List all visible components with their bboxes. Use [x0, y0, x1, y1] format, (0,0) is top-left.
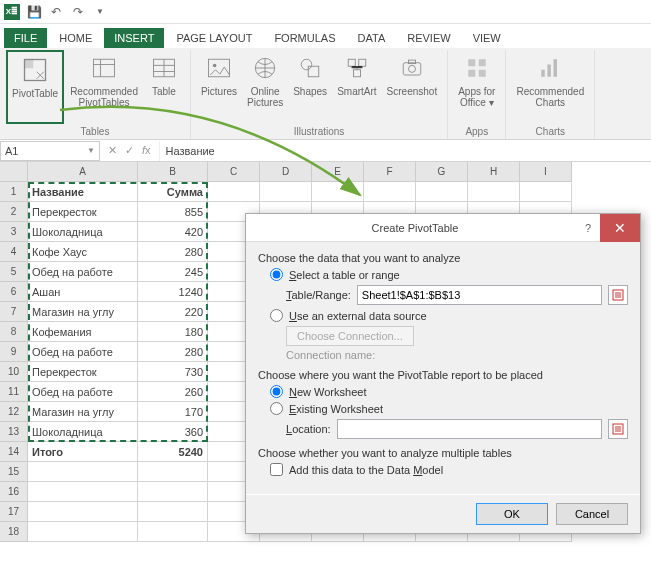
cell[interactable]: Кофемания	[28, 322, 138, 342]
cell[interactable]: Итого	[28, 442, 138, 462]
cell[interactable]: Обед на работе	[28, 382, 138, 402]
col-header-e[interactable]: E	[312, 162, 364, 182]
cell[interactable]: 5240	[138, 442, 208, 462]
cell[interactable]	[260, 182, 312, 202]
cell[interactable]: Название	[28, 182, 138, 202]
col-header-f[interactable]: F	[364, 162, 416, 182]
row-header[interactable]: 3	[0, 222, 28, 242]
recommended-pivottables-button[interactable]: Recommended PivotTables	[66, 50, 142, 124]
row-header[interactable]: 18	[0, 522, 28, 542]
existing-worksheet-label[interactable]: Existing Worksheet	[289, 403, 383, 415]
external-source-radio[interactable]	[270, 309, 283, 322]
new-worksheet-radio[interactable]	[270, 385, 283, 398]
collapse-dialog-icon[interactable]	[608, 285, 628, 305]
cell[interactable]: 420	[138, 222, 208, 242]
tab-file[interactable]: FILE	[4, 28, 47, 48]
select-range-label[interactable]: Select a table or range	[289, 269, 400, 281]
cell[interactable]: Шоколадница	[28, 422, 138, 442]
cell[interactable]	[28, 502, 138, 522]
tab-data[interactable]: DATA	[348, 28, 396, 48]
col-header-h[interactable]: H	[468, 162, 520, 182]
col-header-g[interactable]: G	[416, 162, 468, 182]
select-all-corner[interactable]	[0, 162, 28, 182]
cell[interactable]: Кофе Хаус	[28, 242, 138, 262]
tab-view[interactable]: VIEW	[463, 28, 511, 48]
formula-input[interactable]: Название	[159, 141, 651, 161]
row-header[interactable]: 14	[0, 442, 28, 462]
cell[interactable]: Магазин на углу	[28, 302, 138, 322]
tab-insert[interactable]: INSERT	[104, 28, 164, 48]
namebox-dropdown-icon[interactable]: ▼	[87, 146, 95, 155]
col-header-d[interactable]: D	[260, 162, 312, 182]
row-header[interactable]: 13	[0, 422, 28, 442]
tab-home[interactable]: HOME	[49, 28, 102, 48]
cell[interactable]: 245	[138, 262, 208, 282]
row-header[interactable]: 16	[0, 482, 28, 502]
cell[interactable]: Магазин на углу	[28, 402, 138, 422]
tab-review[interactable]: REVIEW	[397, 28, 460, 48]
cell[interactable]: Ашан	[28, 282, 138, 302]
cell[interactable]	[138, 482, 208, 502]
cell[interactable]: Перекресток	[28, 362, 138, 382]
ok-button[interactable]: OK	[476, 503, 548, 525]
row-header[interactable]: 11	[0, 382, 28, 402]
location-input[interactable]	[337, 419, 602, 439]
row-header[interactable]: 1	[0, 182, 28, 202]
row-header[interactable]: 8	[0, 322, 28, 342]
col-header-a[interactable]: A	[28, 162, 138, 182]
cell[interactable]: 260	[138, 382, 208, 402]
cell[interactable]: Перекресток	[28, 202, 138, 222]
pictures-button[interactable]: Pictures	[197, 50, 241, 124]
undo-icon[interactable]: ↶	[48, 4, 64, 20]
row-header[interactable]: 7	[0, 302, 28, 322]
cell[interactable]	[28, 482, 138, 502]
cell[interactable]: 220	[138, 302, 208, 322]
smartart-button[interactable]: SmartArt	[333, 50, 380, 124]
row-header[interactable]: 10	[0, 362, 28, 382]
external-source-label[interactable]: Use an external data source	[289, 310, 427, 322]
row-header[interactable]: 5	[0, 262, 28, 282]
cell[interactable]: Обед на работе	[28, 342, 138, 362]
screenshot-button[interactable]: Screenshot	[383, 50, 442, 124]
cell[interactable]: Шоколадница	[28, 222, 138, 242]
add-data-model-checkbox[interactable]	[270, 463, 283, 476]
tab-formulas[interactable]: FORMULAS	[264, 28, 345, 48]
fx-icon[interactable]: fx	[142, 144, 151, 157]
name-box[interactable]: A1▼	[0, 141, 100, 161]
cell[interactable]	[138, 462, 208, 482]
col-header-i[interactable]: I	[520, 162, 572, 182]
cell[interactable]	[28, 462, 138, 482]
recommended-charts-button[interactable]: Recommended Charts	[512, 50, 588, 124]
cell[interactable]	[468, 182, 520, 202]
cell[interactable]	[28, 522, 138, 542]
dialog-titlebar[interactable]: Create PivotTable ? ✕	[246, 214, 640, 242]
cell[interactable]: Обед на работе	[28, 262, 138, 282]
row-header[interactable]: 4	[0, 242, 28, 262]
cell[interactable]	[520, 182, 572, 202]
row-header[interactable]: 2	[0, 202, 28, 222]
col-header-b[interactable]: B	[138, 162, 208, 182]
cell[interactable]: 280	[138, 242, 208, 262]
row-header[interactable]: 17	[0, 502, 28, 522]
help-icon[interactable]: ?	[576, 216, 600, 240]
cell[interactable]	[208, 182, 260, 202]
row-header[interactable]: 9	[0, 342, 28, 362]
cell[interactable]	[138, 502, 208, 522]
collapse-dialog-icon-2[interactable]	[608, 419, 628, 439]
cell[interactable]	[138, 522, 208, 542]
cell[interactable]	[416, 182, 468, 202]
save-icon[interactable]: 💾	[26, 4, 42, 20]
cell[interactable]: 280	[138, 342, 208, 362]
cell[interactable]	[312, 182, 364, 202]
cell[interactable]: Сумма	[138, 182, 208, 202]
cell[interactable]: 180	[138, 322, 208, 342]
apps-for-office-button[interactable]: Apps for Office ▾	[454, 50, 499, 124]
close-icon[interactable]: ✕	[600, 214, 640, 242]
cell[interactable]: 1240	[138, 282, 208, 302]
tab-page-layout[interactable]: PAGE LAYOUT	[166, 28, 262, 48]
cell[interactable]	[364, 182, 416, 202]
select-range-radio[interactable]	[270, 268, 283, 281]
enter-formula-icon[interactable]: ✓	[125, 144, 134, 157]
col-header-c[interactable]: C	[208, 162, 260, 182]
add-data-model-label[interactable]: Add this data to the Data Model	[289, 464, 443, 476]
